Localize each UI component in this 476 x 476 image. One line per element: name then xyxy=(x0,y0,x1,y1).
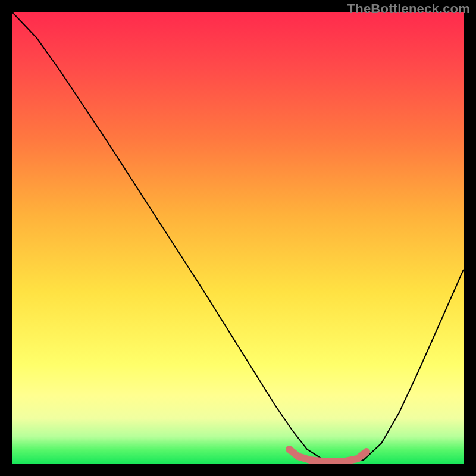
bottleneck-zone xyxy=(289,449,367,461)
watermark-text: TheBottleneck.com xyxy=(347,1,470,17)
bottleneck-curve xyxy=(12,12,464,461)
chart-frame: TheBottleneck.com xyxy=(0,0,476,476)
chart-svg xyxy=(12,12,464,464)
plot-area xyxy=(12,12,464,464)
